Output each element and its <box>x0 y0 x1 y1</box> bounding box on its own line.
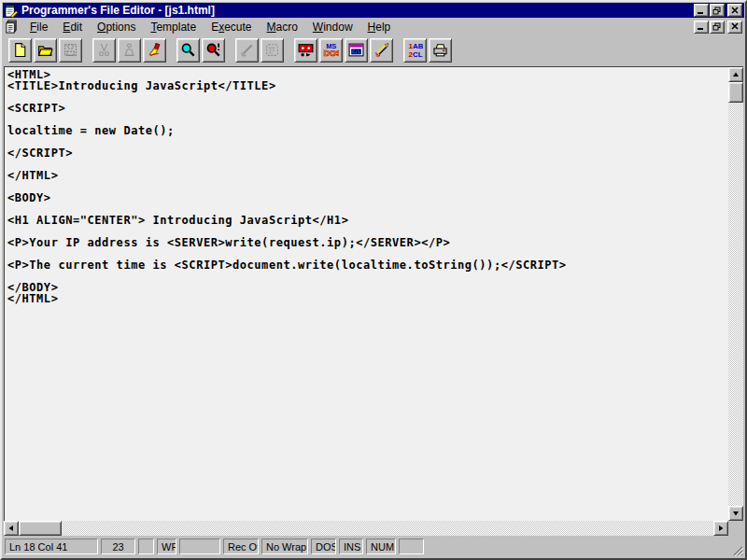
minimize-icon <box>697 22 706 31</box>
toolbar: MSDOSC:\1AB2CL <box>2 35 745 64</box>
status-bar: Ln 18 Col 41 23 WR Rec Off No Wrap DOS I… <box>4 537 743 556</box>
toolbar-run-tool-button[interactable] <box>370 38 393 63</box>
open-folder-icon <box>37 42 53 58</box>
toolbar-find-next-button[interactable] <box>202 38 225 63</box>
app-window: Programmer's File Editor - [js1.html] Fi… <box>0 0 747 560</box>
vertical-scroll-thumb[interactable] <box>728 82 743 103</box>
toolbar-dos-window-button[interactable]: C:\ <box>345 38 368 63</box>
status-numlock: NUM <box>366 539 396 554</box>
scissors-icon <box>96 42 112 58</box>
window-title: Programmer's File Editor - [js1.html] <box>21 4 693 17</box>
minimize-icon <box>697 7 706 15</box>
dashed-window-icon <box>264 42 280 58</box>
menu-help[interactable]: Help <box>360 19 399 35</box>
spark-pen-gray-icon <box>239 42 255 58</box>
status-insert-mode: INS <box>339 539 363 554</box>
restore-button[interactable] <box>710 4 725 17</box>
menu-options[interactable]: Options <box>90 19 143 35</box>
status-empty-1 <box>138 539 154 554</box>
editor-client: <HTML> <TITLE>Introducing JavaScript</TI… <box>4 66 743 536</box>
magnifier-alert-icon <box>205 42 221 58</box>
horizontal-scrollbar[interactable] <box>4 521 728 536</box>
scroll-left-button[interactable] <box>4 521 19 536</box>
status-write-mode: WR <box>157 539 176 554</box>
svg-text:C:\: C:\ <box>352 49 360 54</box>
toolbar-touch-up-button[interactable] <box>235 38 259 63</box>
document-stack-icon[interactable] <box>5 20 19 34</box>
mdi-restore-button[interactable] <box>710 21 725 34</box>
magnifier-icon <box>180 42 196 58</box>
toolbar-save-file-button[interactable] <box>59 38 82 63</box>
toolbar-line-column-button[interactable]: 1AB2CL <box>403 38 427 63</box>
mdi-minimize-button[interactable] <box>694 21 709 34</box>
printer-icon <box>432 42 448 58</box>
toolbar-record-macro-button[interactable] <box>294 38 317 63</box>
vertical-scrollbar[interactable] <box>728 67 743 521</box>
status-line-col: Ln 18 Col 41 <box>5 539 98 554</box>
minimize-button[interactable] <box>694 4 709 17</box>
scroll-down-button[interactable] <box>728 506 743 521</box>
spark-pen-icon <box>374 42 389 58</box>
status-file-format: DOS <box>311 539 336 554</box>
menu-macro[interactable]: Macro <box>260 19 305 35</box>
console-window-icon: C:\ <box>348 42 364 58</box>
scroll-right-button[interactable] <box>713 521 728 536</box>
toolbar-print-button[interactable] <box>429 38 452 63</box>
arrow-right-icon <box>717 525 725 532</box>
menu-execute[interactable]: Execute <box>204 19 259 35</box>
toolbar-paste-button[interactable] <box>118 38 141 63</box>
editor[interactable]: <HTML> <TITLE>Introducing JavaScript</TI… <box>4 67 728 521</box>
menu-items: FileEditOptionsTemplateExecuteMacroWindo… <box>22 18 398 35</box>
svg-text:2CL: 2CL <box>409 50 423 58</box>
new-file-icon <box>12 42 28 58</box>
close-button[interactable] <box>727 4 742 17</box>
scrollbar-corner <box>728 521 743 536</box>
status-empty-2 <box>179 539 220 554</box>
menu-edit[interactable]: Edit <box>55 19 90 35</box>
resize-grip[interactable] <box>731 544 743 556</box>
toolbar-cut-button[interactable] <box>92 38 116 63</box>
cassette-icon <box>298 42 314 58</box>
toolbar-open-file-button[interactable] <box>34 38 57 63</box>
menu-window[interactable]: Window <box>305 19 360 35</box>
scroll-up-button[interactable] <box>728 67 743 82</box>
horizontal-scroll-thumb[interactable] <box>19 521 62 536</box>
arrow-left-icon <box>7 525 15 532</box>
toolbar-find-button[interactable] <box>176 38 200 63</box>
status-record: Rec Off <box>223 539 259 554</box>
toolbar-clean-button[interactable] <box>143 38 166 63</box>
status-empty-3 <box>399 539 424 554</box>
title-bar: Programmer's File Editor - [js1.html] <box>3 3 744 18</box>
brush-icon <box>147 42 162 58</box>
paste-icon <box>121 42 137 58</box>
svg-text:DOS: DOS <box>324 49 339 58</box>
menu-bar: FileEditOptionsTemplateExecuteMacroWindo… <box>2 18 745 35</box>
arrow-down-icon <box>732 510 740 517</box>
menu-template[interactable]: Template <box>143 19 204 35</box>
toolbar-template-form-button[interactable] <box>261 38 284 63</box>
mdi-close-button[interactable] <box>727 21 742 34</box>
close-icon <box>730 7 740 15</box>
arrow-up-icon <box>732 71 740 78</box>
save-icon <box>63 42 78 58</box>
restore-icon <box>712 7 722 15</box>
msdos-icon: MSDOS <box>323 42 339 58</box>
line-column-icon: 1AB2CL <box>407 42 423 58</box>
status-wrap: No Wrap <box>261 539 308 554</box>
restore-icon <box>712 22 722 31</box>
close-icon <box>730 22 740 31</box>
menu-file[interactable]: File <box>22 19 55 35</box>
status-line-count: 23 <box>101 539 135 554</box>
notepad-pencil-icon[interactable] <box>5 4 19 18</box>
toolbar-new-file-button[interactable] <box>8 38 32 63</box>
toolbar-dos-prompt-button[interactable]: MSDOS <box>319 38 343 63</box>
editor-text: <HTML> <TITLE>Introducing JavaScript</TI… <box>5 67 728 304</box>
